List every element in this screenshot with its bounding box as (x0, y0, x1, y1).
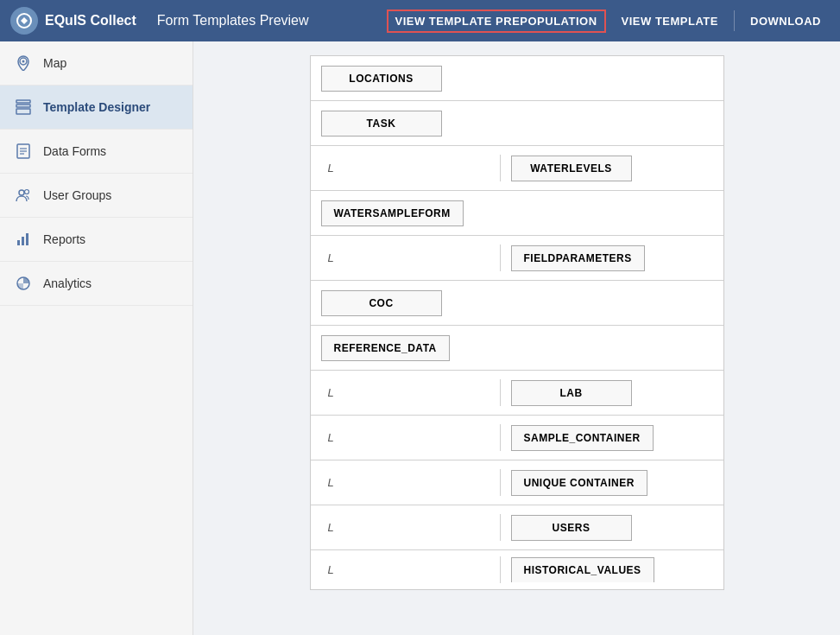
sidebar-data-forms-label: Data Forms (43, 144, 106, 158)
header-actions: VIEW TEMPLATE PREPOPULATION VIEW TEMPLAT… (387, 10, 830, 33)
app-header: EQuIS Collect Form Templates Preview VIE… (0, 0, 840, 41)
l-label-users: L (321, 521, 334, 534)
sidebar-reports-label: Reports (43, 232, 85, 246)
sidebar-map-label: Map (43, 56, 66, 70)
cell-l-fieldparameters: L (311, 244, 501, 271)
sidebar-user-groups-label: User Groups (43, 188, 111, 202)
map-icon (14, 54, 33, 73)
sidebar-item-user-groups[interactable]: User Groups (0, 174, 193, 218)
grid-row-coc: COC (311, 281, 723, 326)
view-template-button[interactable]: VIEW TEMPLATE (613, 10, 727, 33)
cell-l-sample-container: L (311, 424, 501, 451)
cell-users: USERS (501, 508, 723, 548)
cell-historical-values: HISTORICAL_VALUES (501, 550, 723, 589)
sidebar-item-map[interactable]: Map (0, 41, 193, 86)
content-area: LOCATIONS TASK L WATERLEVELS (193, 41, 840, 635)
l-label-unique-container: L (321, 476, 334, 489)
l-label-waterlevels: L (321, 162, 334, 175)
locations-button[interactable]: LOCATIONS (321, 66, 442, 92)
sidebar-analytics-label: Analytics (43, 276, 92, 290)
app-title: EQuIS Collect (45, 13, 136, 29)
logo-area: EQuIS Collect (10, 7, 136, 35)
cell-sample-container: SAMPLE_CONTAINER (501, 418, 723, 458)
data-forms-icon (14, 142, 33, 161)
grid-row-users: L USERS (311, 505, 723, 550)
page-title: Form Templates Preview (157, 13, 387, 29)
grid-row-waterlevels: L WATERLEVELS (311, 146, 723, 191)
cell-unique-container: UNIQUE CONTAINER (501, 463, 723, 503)
svg-rect-3 (16, 100, 30, 103)
svg-rect-14 (26, 233, 28, 245)
svg-rect-13 (22, 237, 24, 245)
header-divider (734, 10, 735, 31)
download-button[interactable]: DOWNLOAD (742, 10, 830, 33)
logo-icon (10, 7, 38, 35)
grid-row-locations: LOCATIONS (311, 56, 723, 101)
l-label-sample-container: L (321, 431, 334, 444)
svg-point-2 (22, 60, 25, 63)
grid-row-reference-data: REFERENCE_DATA (311, 326, 723, 371)
sample-container-button[interactable]: SAMPLE_CONTAINER (511, 425, 654, 451)
cell-watersampleform: WATERSAMPLEFORM (311, 194, 723, 233)
cell-l-waterlevels: L (311, 155, 501, 181)
svg-rect-4 (16, 105, 30, 107)
unique-container-button[interactable]: UNIQUE CONTAINER (511, 470, 647, 496)
grid-row-historical-values: L HISTORICAL_VALUES (311, 550, 723, 589)
svg-point-10 (19, 190, 24, 195)
svg-rect-5 (16, 109, 30, 114)
sidebar-item-data-forms[interactable]: Data Forms (0, 130, 193, 174)
task-button[interactable]: TASK (321, 111, 442, 137)
historical-values-button[interactable]: HISTORICAL_VALUES (511, 557, 654, 582)
l-label-historical-values: L (321, 563, 334, 576)
template-grid: LOCATIONS TASK L WATERLEVELS (310, 55, 724, 590)
grid-row-watersampleform: WATERSAMPLEFORM (311, 191, 723, 236)
fieldparameters-button[interactable]: FIELDPARAMETERS (511, 245, 645, 271)
users-button[interactable]: USERS (511, 515, 632, 541)
sidebar-item-reports[interactable]: Reports (0, 218, 193, 262)
grid-row-unique-container: L UNIQUE CONTAINER (311, 460, 723, 505)
grid-row-sample-container: L SAMPLE_CONTAINER (311, 416, 723, 460)
cell-task: TASK (311, 104, 723, 143)
coc-button[interactable]: COC (321, 290, 442, 316)
sidebar-template-label: Template Designer (43, 100, 150, 114)
cell-l-historical-values: L (311, 556, 501, 583)
cell-locations: LOCATIONS (311, 59, 723, 98)
reference-data-button[interactable]: REFERENCE_DATA (321, 335, 450, 361)
cell-l-lab: L (311, 379, 501, 406)
view-template-prepopulation-button[interactable]: VIEW TEMPLATE PREPOPULATION (387, 10, 606, 33)
sidebar-item-analytics[interactable]: Analytics (0, 262, 193, 306)
grid-row-fieldparameters: L FIELDPARAMETERS (311, 236, 723, 281)
waterlevels-button[interactable]: WATERLEVELS (511, 156, 632, 181)
grid-row-lab: L LAB (311, 371, 723, 416)
l-label-lab: L (321, 386, 334, 399)
grid-row-task: TASK (311, 101, 723, 146)
template-designer-icon (14, 98, 33, 117)
reports-icon (14, 230, 33, 249)
sidebar-item-template-designer[interactable]: Template Designer (0, 86, 193, 130)
analytics-icon (14, 274, 33, 293)
cell-l-users: L (311, 514, 501, 541)
lab-button[interactable]: LAB (511, 380, 632, 406)
cell-coc: COC (311, 283, 723, 323)
sidebar: Map Template Designer Dat (0, 41, 193, 635)
watersampleform-button[interactable]: WATERSAMPLEFORM (321, 200, 464, 226)
l-label-fieldparameters: L (321, 251, 334, 264)
cell-lab: LAB (501, 373, 723, 413)
cell-fieldparameters: FIELDPARAMETERS (501, 238, 723, 278)
main-layout: Map Template Designer Dat (0, 41, 840, 635)
user-groups-icon (14, 186, 33, 205)
svg-point-11 (25, 190, 29, 194)
svg-rect-12 (17, 240, 20, 245)
cell-reference-data: REFERENCE_DATA (311, 328, 723, 368)
cell-l-unique-container: L (311, 469, 501, 496)
cell-waterlevels: WATERLEVELS (501, 149, 723, 188)
